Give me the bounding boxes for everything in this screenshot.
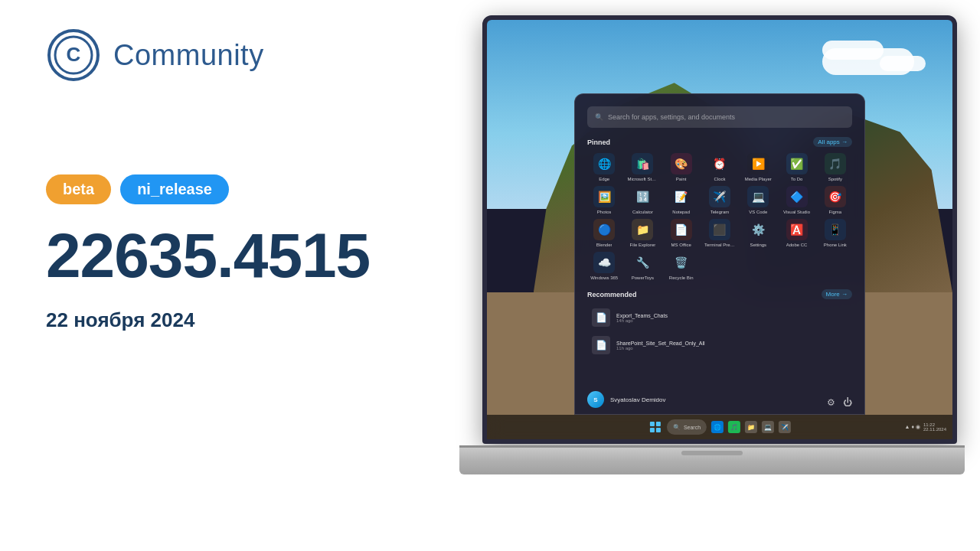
pinned-item[interactable]: 🎨 Paint [665,153,698,181]
all-apps-link[interactable]: All apps → [813,137,852,147]
recommended-title: Recommended [587,291,637,298]
pinned-item[interactable]: ▶️ Media Player [741,153,775,181]
taskbar-right: ▲ ♦ ◉ 11:2222.11.2024 [905,422,946,432]
pinned-item[interactable]: 🔵 Blender [587,219,621,247]
pinned-item[interactable]: ☁️ Windows 365 [587,252,621,280]
pinned-item-icon: 🌐 [593,153,615,174]
laptop-screen: 🔍 Search for apps, settings, and documen… [482,15,957,444]
pinned-item[interactable]: 📱 Phone Link [818,219,852,247]
pinned-item-icon: ☁️ [593,252,615,273]
badges-row: beta ni_release [46,174,444,204]
pinned-item[interactable]: 📝 Notepad [665,186,698,214]
pinned-item-icon: 🎨 [671,153,692,174]
pinned-item[interactable]: 🔷 Visual Studio [779,186,813,214]
rec-item-info: Export_Teams_Chats 14h ago [616,313,848,323]
pinned-item[interactable]: ⏰ Clock [703,153,737,181]
start-search-bar[interactable]: 🔍 Search for apps, settings, and documen… [587,106,852,128]
pinned-item-label: Figma [829,210,842,214]
pinned-item-icon: ✈️ [709,186,730,207]
logo-area: C Community [46,28,444,83]
pinned-item-label: Phone Link [824,243,847,247]
taskbar-icon3[interactable]: 📁 [745,421,757,433]
cloud3 [880,56,926,71]
pinned-item-icon: 🔧 [632,252,653,273]
pinned-item-label: Spotify [828,177,842,181]
taskbar: 🔍 Search 🌐 🎵 📁 💻 ✈️ ▲ ♦ ◉ 11:2222.11.202… [487,415,952,439]
right-section: 🔍 Search for apps, settings, and documen… [444,0,980,551]
pinned-item-label: File Explorer [630,243,656,247]
pinned-item[interactable]: ✈️ Telegram [703,186,737,214]
pinned-item-label: Telegram [710,210,730,214]
pinned-item-label: MS Office [671,243,691,247]
pinned-item-label: Notepad [672,210,690,214]
pinned-item-icon: ⏰ [709,153,730,174]
pinned-header: Pinned All apps → [587,137,852,147]
taskbar-icon1[interactable]: 🌐 [711,421,724,433]
pinned-item-label: PowerToys [632,276,654,280]
rec-item-time: 11h ago [616,346,848,350]
pinned-item-label: Microsoft Store [627,177,658,181]
pinned-item-icon: 📁 [632,219,653,240]
pinned-item[interactable]: 🔧 PowerToys [626,252,659,280]
pinned-item-icon: 🔢 [632,186,653,207]
recommended-section: Recommended More → 📄 Export_Teams_Chats … [587,289,852,357]
screen-inner: 🔍 Search for apps, settings, and documen… [487,20,952,439]
pinned-item-label: Windows 365 [590,276,618,280]
taskbar-icon5[interactable]: ✈️ [779,421,791,433]
recommended-header: Recommended More → [587,289,852,299]
pinned-title: Pinned [587,139,610,146]
pinned-item[interactable]: 🌐 Edge [587,153,621,181]
start-menu: 🔍 Search for apps, settings, and documen… [574,93,865,415]
rec-item-name: Export_Teams_Chats [616,313,848,318]
pinned-item[interactable]: ⚙️ Settings [741,219,775,247]
logo-text: Community [113,39,264,72]
pinned-item[interactable]: 💻 VS Code [741,186,775,214]
pinned-item[interactable]: 📄 MS Office [665,219,698,247]
pinned-item-label: Clock [714,177,725,181]
pinned-item[interactable]: 🎯 Figma [818,186,852,214]
pinned-item-label: Adobe CC [786,243,808,247]
taskbar-icon2[interactable]: 🎵 [728,421,740,433]
release-date: 22 ноября 2024 [46,308,444,332]
recommended-item[interactable]: 📄 Export_Teams_Chats 14h ago [587,305,852,330]
pinned-item-label: Calculator [632,210,653,214]
pinned-item[interactable]: 🔢 Calculator [626,186,659,214]
rec-item-name: SharePoint_Site_Set_Read_Only_All [616,341,848,346]
pinned-item-label: Blender [596,243,612,247]
community-logo-icon: C [46,28,101,83]
pinned-item[interactable]: 🗑️ Recycle Bin [665,252,698,280]
settings-icon[interactable]: ⚙ [827,397,835,408]
power-icon[interactable]: ⏻ [843,397,852,408]
pinned-item-icon: 📝 [671,186,692,207]
laptop-mockup: 🔍 Search for apps, settings, and documen… [459,15,965,536]
start-button[interactable] [648,420,662,434]
start-user-area: S Svyatoslav Demidov [587,391,665,408]
pinned-item-label: Recycle Bin [669,276,694,280]
taskbar-search-text: Search [684,425,701,430]
user-name: Svyatoslav Demidov [610,396,665,403]
rec-item-icon: 📄 [592,308,610,327]
pinned-item-icon: 🎵 [825,153,846,174]
pinned-item-icon: 🎯 [825,186,846,207]
pinned-item-label: VS Code [749,210,767,214]
pinned-item[interactable]: 🛍️ Microsoft Store [626,153,659,181]
pinned-item[interactable]: 🖼️ Photos [587,186,621,214]
pinned-item[interactable]: ✅ To Do [779,153,813,181]
rec-item-icon: 📄 [592,336,610,354]
taskbar-icon4[interactable]: 💻 [762,421,774,433]
pinned-item[interactable]: ⬛ Terminal Preview [703,219,737,247]
recommended-item[interactable]: 📄 SharePoint_Site_Set_Read_Only_All 11h … [587,333,852,357]
pinned-item-icon: 🔵 [593,219,615,240]
pinned-item[interactable]: 🅰️ Adobe CC [779,219,813,247]
left-section: C Community beta ni_release 22635.4515 2… [0,0,490,551]
pinned-item[interactable]: 🎵 Spotify [818,153,852,181]
pinned-item-icon: 📄 [671,219,692,240]
laptop-notch [681,451,743,455]
more-link[interactable]: More → [822,289,852,299]
pinned-item-label: Settings [750,243,766,247]
pinned-item-icon: ✅ [786,153,808,174]
pinned-item[interactable]: 📁 File Explorer [626,219,659,247]
start-controls: ⚙ ⏻ [827,397,852,408]
beta-badge: beta [46,174,111,204]
taskbar-search[interactable]: 🔍 Search [667,419,707,435]
